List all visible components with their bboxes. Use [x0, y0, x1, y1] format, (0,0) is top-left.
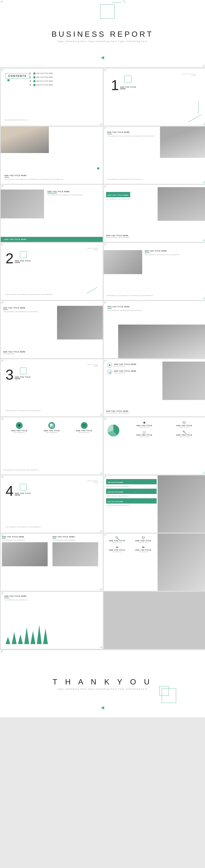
slide10-title: ADD YOU TITLE HERE — [3, 307, 56, 309]
icon2: 📊 — [107, 370, 112, 374]
item-num-4: 4 — [30, 84, 32, 86]
contents-list: 1 ADD YOU TITLE HERE 2 ADD YOU TITLE HER… — [30, 72, 53, 88]
bar7 — [43, 628, 48, 644]
s3-title: ADD YOU TITLEHERE — [15, 376, 31, 380]
deco-br — [100, 646, 102, 648]
gi2-title: ADD YOU TITLE — [131, 540, 155, 541]
s4-title-block: ADD YOU TITLEHERE — [15, 493, 31, 496]
ul — [4, 598, 9, 598]
deco-sq — [20, 251, 27, 258]
deco-br — [100, 588, 102, 590]
text: Type something here. Type something here… — [5, 293, 98, 295]
slide10-content: ADD YOU TITLE HERE Type something here. … — [3, 307, 56, 313]
footer-title: ADD YOU TITLE HERE — [106, 235, 129, 237]
section1-number: 1 — [111, 78, 119, 92]
cover-arrow: ◀ — [101, 55, 104, 60]
deco-tl — [1, 651, 3, 653]
gi2-icon: 🛡 — [131, 536, 155, 540]
deco-tl — [105, 69, 107, 71]
ic1: 👁 ADD YOU TITLE ADD YOU TITLE — [125, 421, 163, 428]
img2 — [160, 127, 205, 158]
slide11-title: ADD YOU TITLE HERE — [107, 306, 202, 308]
bar3-text: ADD YOU TITLE HERE — [107, 501, 123, 502]
slide7-footer: ADD YOU TITLE HERE Type something here. … — [106, 235, 129, 238]
thankyou-arrow: ◀ — [101, 705, 104, 710]
gi3: ✂ ADD YOU TITLE ADD YOU TITLE — [105, 545, 129, 553]
bar1 — [5, 637, 10, 644]
deco-tl — [105, 418, 107, 420]
ic4-title: ADD YOU TITLE — [165, 434, 203, 436]
footer-text: Type something here. Type something here… — [3, 469, 100, 471]
deco-br — [203, 123, 205, 125]
col2-title: ADD YOU TITLE — [42, 430, 61, 432]
gi1-icon: 🔍 — [105, 536, 129, 540]
slide5-content: ADD YOU TITLE HERE Type something here. … — [107, 131, 158, 137]
deco-br — [100, 123, 102, 125]
col1-text: Type something here. Type something here… — [2, 539, 50, 541]
corner-decoration-tl — [1, 1, 3, 3]
gi3-text: ADD YOU TITLE — [105, 551, 129, 553]
deco-br — [203, 239, 205, 241]
underline — [3, 309, 8, 310]
title: ADD YOU TITLE HERE — [4, 595, 28, 597]
s3-header: ADD YOU TITLEHERE — [87, 364, 98, 367]
slide-19: 🔍 ADD YOU TITLE ADD YOU TITLE 🛡 ADD YOU … — [103, 533, 205, 591]
img-inner — [118, 324, 205, 358]
bar-chart — [5, 620, 98, 644]
slide10-img — [57, 306, 103, 339]
s2-title: ADD YOU TITLEHERE — [15, 260, 31, 263]
slide13-img — [162, 362, 205, 400]
slide10-footer: ADD YOU TITLE HERE Type something here. — [3, 351, 26, 354]
slide-5: ADD YOU TITLE HERE Type something here. … — [103, 126, 205, 184]
slide9-img — [104, 250, 142, 274]
slide4-title: ADD YOU TITLE HERE — [4, 175, 99, 176]
slide5-image — [160, 127, 205, 158]
col2-text: Type something here. Type something here… — [52, 539, 101, 541]
footer-title: ADD YOU TITLE HERE — [3, 351, 26, 353]
text: Type something here. Type something here… — [5, 526, 98, 528]
bar3: ADD YOU TITLE HERE — [106, 498, 157, 503]
s2-text: Type something here. Type something here… — [5, 293, 98, 295]
bar2-text: ADD YOU TITLE HERE — [107, 491, 123, 493]
deco-br — [100, 530, 102, 532]
s3-title-block: ADD YOU TITLEHERE — [15, 376, 31, 380]
s3-text: Type something here. Type something here… — [5, 410, 98, 411]
deco-line-1 — [112, 2, 122, 3]
deco-vline — [198, 102, 199, 114]
s2-header: ADD YOU TITLEHERE — [87, 248, 98, 251]
col1-text: Type something here. — [9, 432, 29, 433]
slide-21 — [103, 591, 205, 649]
tx2: Type something here. — [114, 372, 136, 374]
slide9-title: ADD YOU TITLE HERE — [145, 250, 203, 252]
gi1: 🔍 ADD YOU TITLE ADD YOU TITLE — [105, 536, 129, 544]
col3: 🛡 ADD YOU TITLE Type something here. — [75, 422, 94, 433]
item-text-1: ADD YOU TITLE HERE — [36, 72, 53, 74]
slide4-image — [1, 127, 49, 153]
slide7-content: ADD YOU TITLE HERE Type something here. … — [106, 192, 154, 200]
slide-20: ADD YOU TITLE HERE Type something here. … — [0, 591, 103, 649]
footer-text: Type something here. Type something here… — [107, 178, 202, 180]
s4-header: ADD YOU TITLEHERE — [87, 480, 98, 483]
slide-18: ADD YOU TITLE HERE Type something here. … — [0, 533, 103, 591]
cover-title: BUSINESS REPORT — [51, 30, 153, 39]
slide11-img — [118, 324, 205, 358]
col1: 👁 ADD YOU TITLE Type something here. — [9, 422, 29, 433]
deco-tl — [105, 476, 107, 478]
gi2-text: ADD YOU TITLE — [131, 541, 155, 544]
gi4-title: ADD YOU TITLE — [131, 549, 155, 551]
col1: ADD YOU TITLE HERE Type something here. … — [2, 536, 50, 566]
green-sq-deco — [97, 167, 99, 169]
title-underline — [107, 134, 112, 134]
ic3-title: ADD YOU TITLE — [125, 434, 163, 436]
slide-9: ADD YOU TITLE HERE Type something here. … — [103, 243, 205, 300]
text: Type something here. Type something here… — [4, 599, 28, 601]
slide11-title-block: ADD YOU TITLE HERE Type something here. … — [107, 306, 202, 311]
slide10-text: Type something here. Type something here… — [3, 311, 56, 313]
deco-sq2 — [159, 686, 169, 696]
deco-tl — [2, 69, 4, 71]
slide7-text: Type something here. Type something here… — [106, 198, 154, 200]
s3-num-block: 3 ADD YOU TITLEHERE — [5, 368, 31, 382]
col1-title: ADD YOU TITLE HERE — [2, 536, 50, 538]
icon-circle-3: 🛡 — [81, 422, 87, 429]
slide-11: ADD YOU TITLE HERE Type something here. … — [103, 301, 205, 359]
